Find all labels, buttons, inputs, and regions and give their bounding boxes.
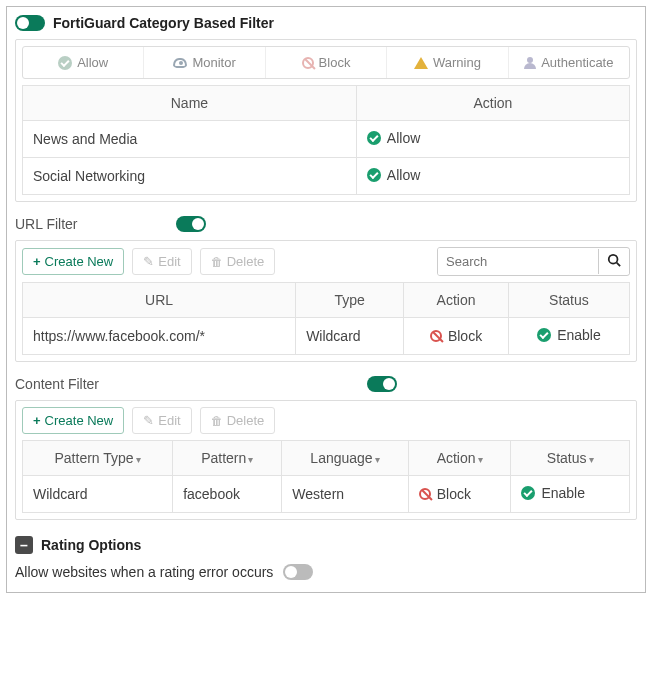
col-pattern[interactable]: Pattern	[173, 441, 282, 476]
monitor-icon	[173, 58, 187, 68]
warning-icon	[414, 57, 428, 69]
content-filter-table: Pattern Type Pattern Language Action Sta…	[22, 440, 630, 513]
block-icon	[419, 488, 431, 500]
svg-point-0	[609, 255, 618, 264]
col-action: Action	[404, 283, 509, 318]
block-icon	[430, 330, 442, 342]
fortiguard-action-bar: Allow Monitor Block Warning Authenticate	[22, 46, 630, 79]
col-status[interactable]: Status	[511, 441, 630, 476]
fortiguard-box: Allow Monitor Block Warning Authenticate…	[15, 39, 637, 202]
sort-icon	[134, 450, 141, 466]
url-filter-box: + Create New Edit Delete URL Type	[15, 240, 637, 362]
sort-icon	[373, 450, 380, 466]
content-filter-box: + Create New Edit Delete Pattern Type Pa…	[15, 400, 637, 520]
sort-icon	[587, 450, 594, 466]
allow-icon	[58, 56, 72, 70]
col-type: Type	[296, 283, 404, 318]
url-filter-table: URL Type Action Status https://www.faceb…	[22, 282, 630, 355]
rating-options-header: – Rating Options	[15, 536, 637, 554]
action-block-button[interactable]: Block	[266, 47, 387, 78]
fortiguard-toggle[interactable]	[15, 15, 45, 31]
col-pattern-type[interactable]: Pattern Type	[23, 441, 173, 476]
plus-icon: +	[33, 254, 41, 269]
url-filter-header: URL Filter	[15, 216, 637, 232]
action-monitor-button[interactable]: Monitor	[144, 47, 265, 78]
create-new-button[interactable]: + Create New	[22, 248, 124, 275]
sort-icon	[476, 450, 483, 466]
col-status: Status	[508, 283, 629, 318]
trash-icon	[211, 413, 223, 428]
table-row[interactable]: Wildcard facebook Western Block Enable	[23, 476, 630, 513]
table-row[interactable]: https://www.facebook.com/* Wildcard Bloc…	[23, 318, 630, 355]
col-url: URL	[23, 283, 296, 318]
delete-button[interactable]: Delete	[200, 407, 276, 434]
table-row[interactable]: News and Media Allow	[23, 121, 630, 158]
col-action: Action	[356, 86, 629, 121]
action-authenticate-button[interactable]: Authenticate	[509, 47, 629, 78]
content-filter-title: Content Filter	[15, 376, 99, 392]
pencil-icon	[143, 413, 154, 428]
plus-icon: +	[33, 413, 41, 428]
authenticate-icon	[524, 57, 536, 69]
collapse-icon[interactable]: –	[15, 536, 33, 554]
col-language[interactable]: Language	[282, 441, 409, 476]
url-filter-toggle[interactable]	[176, 216, 206, 232]
delete-button[interactable]: Delete	[200, 248, 276, 275]
create-new-button[interactable]: + Create New	[22, 407, 124, 434]
enable-icon	[537, 328, 551, 342]
action-warning-button[interactable]: Warning	[387, 47, 508, 78]
trash-icon	[211, 254, 223, 269]
fortiguard-table: Name Action News and Media Allow Social …	[22, 85, 630, 195]
action-allow-button[interactable]: Allow	[23, 47, 144, 78]
sort-icon	[246, 450, 253, 466]
fortiguard-title: FortiGuard Category Based Filter	[53, 15, 274, 31]
block-icon	[302, 57, 314, 69]
svg-line-1	[617, 263, 621, 267]
search-button[interactable]	[598, 249, 629, 274]
enable-icon	[521, 486, 535, 500]
search-wrap	[437, 247, 630, 276]
search-input[interactable]	[438, 248, 598, 275]
rating-option-label: Allow websites when a rating error occur…	[15, 564, 273, 580]
webfilter-panel: FortiGuard Category Based Filter Allow M…	[6, 6, 646, 593]
pencil-icon	[143, 254, 154, 269]
content-filter-header: Content Filter	[15, 376, 637, 392]
fortiguard-header: FortiGuard Category Based Filter	[15, 15, 637, 31]
rating-option-toggle[interactable]	[283, 564, 313, 580]
edit-button[interactable]: Edit	[132, 248, 191, 275]
content-filter-toolbar: + Create New Edit Delete	[22, 407, 630, 434]
url-filter-toolbar: + Create New Edit Delete	[22, 247, 630, 276]
table-row[interactable]: Social Networking Allow	[23, 158, 630, 195]
col-name: Name	[23, 86, 357, 121]
rating-options-title: Rating Options	[41, 537, 141, 553]
url-filter-title: URL Filter	[15, 216, 78, 232]
allow-icon	[367, 131, 381, 145]
content-filter-toggle[interactable]	[367, 376, 397, 392]
rating-option-row: Allow websites when a rating error occur…	[15, 564, 637, 580]
search-icon	[607, 253, 621, 267]
edit-button[interactable]: Edit	[132, 407, 191, 434]
col-action[interactable]: Action	[408, 441, 511, 476]
allow-icon	[367, 168, 381, 182]
